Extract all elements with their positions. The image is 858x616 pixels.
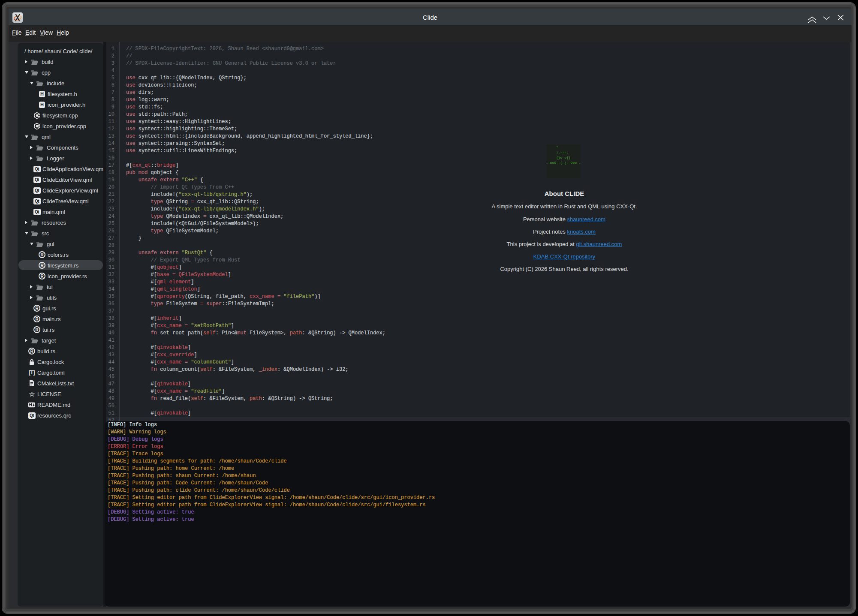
svg-text:+: + xyxy=(38,125,40,128)
svg-text:+: + xyxy=(38,114,40,117)
